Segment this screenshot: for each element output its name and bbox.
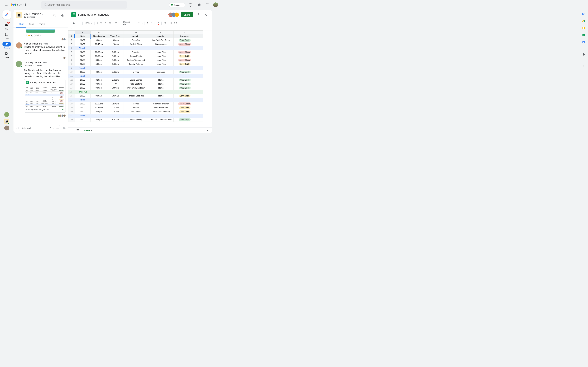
cell[interactable]: 10/03 [75,118,90,122]
cell[interactable]: 12.30pm [91,50,107,54]
cell[interactable]: 8.00pm [107,70,124,74]
cell[interactable]: Amar Singh [173,118,196,122]
text-color-button[interactable]: A [157,21,160,25]
cell[interactable]: Time Begins [91,34,107,38]
merge-button[interactable] [173,21,180,25]
cell[interactable] [196,90,203,94]
cell[interactable]: 12.30pm [107,102,124,106]
cell[interactable]: Home [148,82,173,86]
decrease-decimal-button[interactable]: .0 [104,21,107,25]
cell[interactable]: Movies [124,102,148,106]
cell[interactable]: Travel [75,46,196,50]
tab-tasks[interactable]: Tasks [37,21,48,27]
search-bar[interactable] [41,1,127,8]
send-button[interactable] [63,126,66,130]
share-button[interactable]: Share [181,12,193,17]
nav-chat[interactable]: Chat [2,32,12,40]
cell[interactable]: Frisbee Tournament [124,58,148,62]
row-header[interactable]: 20 [69,110,75,114]
cell[interactable]: 12.30pm [91,54,107,58]
close-button[interactable] [203,12,209,18]
cell[interactable]: 3.00pm [91,118,107,122]
bold-button[interactable]: B [146,21,149,25]
cell[interactable]: John Smith [173,62,196,66]
cell[interactable] [196,94,203,98]
cell[interactable] [196,66,203,70]
cell[interactable]: 3.00pm [91,58,107,62]
undo-button[interactable] [71,21,76,25]
cell[interactable]: 9.00pm [91,86,107,90]
cell[interactable]: Location [148,34,173,38]
cell[interactable]: John Smith [173,94,196,98]
cell[interactable]: 9.00am [91,38,107,42]
pinned-space-avatar[interactable]: 👨‍👩‍👧 [4,119,9,124]
row-header[interactable]: 9 [69,66,75,70]
message-avatar[interactable] [16,61,22,67]
column-header[interactable]: C [107,31,124,34]
cell[interactable]: 11.00am [91,102,107,106]
main-menu-button[interactable] [2,1,10,8]
cell[interactable]: John Smith [173,110,196,114]
cell[interactable]: 10/03 [75,94,90,98]
cell[interactable]: 10/03 [75,110,90,114]
cell[interactable]: Pancake Breakfast [124,94,148,98]
cell[interactable]: Travel [75,66,196,70]
tab-chat[interactable]: Chat [16,21,26,27]
row-header[interactable]: 8 [69,62,75,66]
cell[interactable]: Janet Gilboa [173,102,196,106]
document-title[interactable]: Family Reunion Schedule [78,13,110,16]
cell[interactable]: Hayes Field [148,50,173,54]
explore-button[interactable] [205,127,211,133]
row-header[interactable]: 6 [69,54,75,58]
cell[interactable] [196,74,203,78]
cell[interactable]: Activity [124,34,148,38]
italic-button[interactable]: I [150,21,152,25]
cell[interactable]: N/A [107,82,124,86]
cell[interactable]: Kid's Bedtime [124,82,148,86]
row-header[interactable]: 7 [69,58,75,62]
cell[interactable]: 10.00pm [107,86,124,90]
cell[interactable]: 10/03 [75,106,90,110]
row-header[interactable]: 21 [69,114,75,118]
cell[interactable]: Ice Cream [124,110,148,114]
sheet-tab[interactable]: Sheet1 [81,128,94,133]
collapse-button[interactable] [60,12,66,18]
settings-button[interactable] [196,2,202,8]
column-header[interactable]: E [148,31,173,34]
row-header[interactable]: 17 [69,98,75,102]
support-button[interactable] [187,2,194,8]
cell[interactable] [196,118,203,122]
smart-suggest-icon[interactable]: ✦ [62,108,64,111]
cell[interactable]: Board Games [124,78,148,82]
cell[interactable]: 10/02 [75,54,90,58]
cell[interactable]: Glenview Science Center [148,118,173,122]
cell[interactable]: Organizer [173,34,196,38]
row-header[interactable]: 13 [69,82,75,86]
reaction-soccer[interactable]: ⚽2 [34,34,41,37]
cell[interactable]: 10/02 [75,70,90,74]
row-header[interactable]: 12 [69,78,75,82]
add-sheet-button[interactable]: + [69,128,74,133]
select-all-corner[interactable] [69,31,75,34]
compose-button[interactable] [2,10,11,19]
cell[interactable]: Bayview Ave [148,42,173,46]
column-header[interactable]: A [75,31,90,34]
message-avatar[interactable] [16,42,22,49]
increase-decimal-button[interactable]: .00 [108,21,112,25]
row-header[interactable]: 1 [69,34,75,38]
status-chip[interactable]: Active [169,3,185,7]
cell[interactable] [196,50,203,54]
cell[interactable] [196,102,203,106]
font-select[interactable]: Default (Ari... [122,20,135,26]
nav-spaces[interactable]: Spaces [2,41,12,50]
space-name[interactable]: 2021 Reunion [24,13,50,16]
nav-mail[interactable]: 4 Mail [2,22,12,31]
cell[interactable]: Travel [75,114,196,118]
underline-button[interactable]: U [153,21,156,25]
currency-button[interactable]: $ [96,21,99,25]
cell[interactable]: 10.45am [91,42,107,46]
cell[interactable]: Family Pictures [124,62,148,66]
cell[interactable]: 10.30am [107,94,124,98]
cell[interactable]: 5.30pm [107,118,124,122]
cell[interactable]: 10/03 [75,102,90,106]
